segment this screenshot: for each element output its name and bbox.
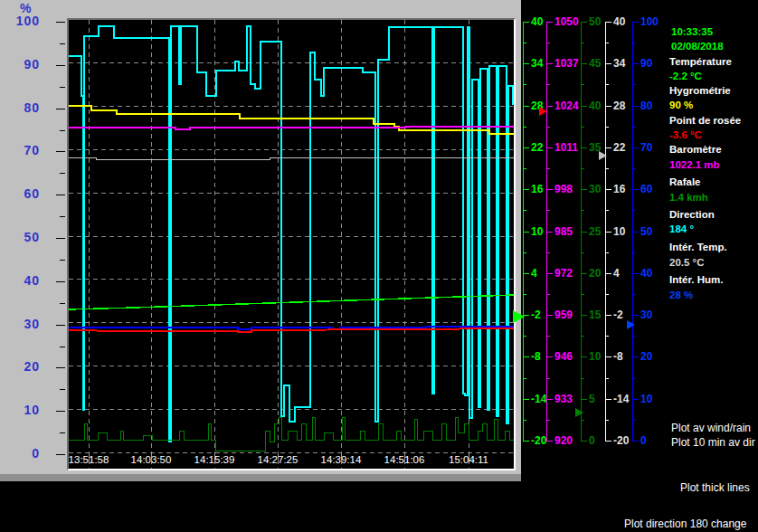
time-axis-label: 14:27:25 bbox=[249, 454, 307, 465]
barometer-axis-label: 1050 bbox=[554, 15, 579, 28]
outdoor-temp-axis-minor-tick bbox=[523, 210, 526, 211]
plot-thick-lines[interactable]: Plot thick lines bbox=[680, 481, 750, 494]
wind-speed-axis-label: 40 bbox=[589, 100, 601, 112]
barometer-axis-minor-tick bbox=[546, 210, 550, 211]
indoor-temp-axis-minor-tick bbox=[605, 294, 609, 295]
humidity-axis-tick bbox=[632, 399, 639, 400]
dewpoint-value: -3.6 °C bbox=[669, 129, 702, 141]
outdoor-temp-axis-label: 4 bbox=[531, 267, 537, 280]
time-axis-label: 14:39:14 bbox=[312, 454, 370, 465]
temperature-label: Température bbox=[669, 56, 732, 68]
humidity-axis-label: 40 bbox=[640, 267, 652, 280]
barometer-axis-tick bbox=[546, 356, 553, 357]
barometer-axis-tick bbox=[546, 147, 553, 148]
plot-10min-av-dir[interactable]: Plot 10 min av dir bbox=[671, 436, 755, 449]
wind-speed-axis-minor-tick bbox=[581, 84, 584, 85]
barometer-marker bbox=[539, 107, 547, 116]
outdoor-temp-axis-tick bbox=[523, 273, 529, 274]
time-axis-label: 13:51:58 bbox=[60, 454, 118, 465]
wind-speed-axis-tick bbox=[581, 356, 587, 357]
barometer-axis-minor-tick bbox=[546, 294, 550, 295]
barometer-axis-label: 920 bbox=[554, 434, 573, 447]
wind-speed-axis-minor-tick bbox=[581, 168, 584, 169]
wind-speed-axis-tick bbox=[581, 147, 587, 148]
percent-axis-tick bbox=[56, 65, 65, 66]
indoor-temp-axis-tick bbox=[605, 63, 611, 64]
plot-av-wind-rain[interactable]: Plot av wind/rain bbox=[671, 422, 751, 434]
percent-axis-minor-tick bbox=[60, 303, 65, 304]
indoor-temp-axis-minor-tick bbox=[605, 168, 609, 169]
wind-speed-axis-minor-tick bbox=[581, 378, 584, 379]
wind-speed-axis-tick bbox=[581, 22, 587, 23]
percent-axis-label: 30 bbox=[0, 318, 40, 331]
humidity-axis-label: 0 bbox=[640, 434, 647, 447]
wind-speed-axis-label: 45 bbox=[589, 57, 601, 70]
humidity-axis-minor-tick bbox=[632, 127, 636, 128]
humidity-axis-minor-tick bbox=[632, 420, 636, 421]
barometer-axis-label: 998 bbox=[554, 183, 573, 195]
plot-direction-180-change[interactable]: Plot direction 180 change bbox=[624, 518, 746, 530]
temperature-value: -2.2 °C bbox=[669, 71, 702, 82]
percent-axis-minor-tick bbox=[60, 130, 65, 131]
time-axis-label: 14:03:50 bbox=[122, 454, 180, 465]
outdoor-temp-axis-minor-tick bbox=[523, 336, 526, 337]
wind-speed-axis-minor-tick bbox=[581, 210, 584, 211]
outdoor-temp-axis-minor-tick bbox=[523, 168, 526, 169]
trace-outdoor-temperature bbox=[69, 295, 514, 309]
indoor-temp-axis-tick bbox=[605, 356, 611, 357]
percent-axis-minor-tick bbox=[60, 389, 65, 390]
humidity-axis-minor-tick bbox=[632, 378, 636, 379]
humidity-label: Hygrométrie bbox=[669, 85, 731, 97]
outdoor-temp-axis-label: 34 bbox=[531, 57, 543, 70]
outdoor-temp-axis-label: 10 bbox=[531, 225, 543, 238]
barometer-axis-tick bbox=[546, 315, 553, 316]
outdoor-temp-axis-tick bbox=[523, 147, 529, 148]
humidity-axis-label: 50 bbox=[640, 225, 652, 238]
direction-label: Direction bbox=[669, 209, 715, 221]
percent-axis-tick bbox=[56, 195, 65, 195]
barometer-axis-tick bbox=[546, 189, 553, 190]
indoor-temp-axis-label: 34 bbox=[613, 57, 625, 70]
indoor-temp-axis-tick bbox=[605, 189, 611, 190]
humidity-axis-minor-tick bbox=[632, 210, 636, 211]
indoor-temp-axis-minor-tick bbox=[605, 43, 609, 43]
percent-axis-label: 100 bbox=[0, 14, 40, 28]
percent-axis-label: 0 bbox=[0, 447, 40, 461]
wind-speed-axis-tick bbox=[581, 189, 587, 190]
wind-speed-axis-tick bbox=[581, 232, 587, 233]
indoor-temp-axis-label: 4 bbox=[613, 267, 620, 280]
barometer-axis-label: 933 bbox=[554, 393, 573, 405]
outdoor-temp-axis-label: -20 bbox=[531, 434, 546, 447]
indoor-temp-axis-tick bbox=[605, 315, 611, 316]
wind-speed-axis-label: 0 bbox=[589, 434, 595, 447]
percent-axis-minor-tick bbox=[60, 260, 65, 261]
percent-axis-tick bbox=[56, 151, 65, 152]
percent-axis-tick bbox=[56, 22, 65, 23]
humidity-axis-tick bbox=[632, 315, 639, 316]
wind-speed-axis-minor-tick bbox=[581, 336, 584, 337]
wind-speed-axis-minor-tick bbox=[581, 43, 584, 43]
indoor-temp-axis-label: 16 bbox=[613, 183, 625, 195]
indoor-temp-axis-tick bbox=[605, 399, 611, 400]
plot-canvas[interactable] bbox=[69, 20, 514, 469]
dewpoint-label: Point de rosée bbox=[669, 115, 741, 127]
humidity-axis-label: 30 bbox=[640, 309, 652, 321]
humidity-axis-minor-tick bbox=[632, 168, 636, 169]
percent-axis-label: 80 bbox=[0, 101, 40, 115]
barometer-axis-label: 1037 bbox=[554, 57, 579, 70]
indoor-temp-axis-minor-tick bbox=[605, 127, 609, 128]
indoor-temp-axis-label: 40 bbox=[613, 15, 625, 28]
outdoor-temp-axis-minor-tick bbox=[523, 420, 526, 421]
humidity-axis-tick bbox=[632, 63, 639, 64]
indoor-temp-axis-tick bbox=[605, 106, 611, 107]
indoor-temp-axis-tick bbox=[605, 441, 611, 442]
indoor-temp-axis-label: -2 bbox=[613, 309, 623, 321]
time-axis-label: 14:51:06 bbox=[375, 454, 433, 465]
clock-time: 10:33:35 bbox=[671, 26, 713, 38]
barometer-axis-tick bbox=[546, 399, 553, 400]
barometer-axis-label: 972 bbox=[554, 267, 573, 280]
humidity-axis-label: 60 bbox=[640, 183, 652, 195]
outdoor-temp-axis-tick bbox=[523, 399, 529, 400]
humidity-axis-tick bbox=[632, 147, 639, 148]
barometer-axis-label: 959 bbox=[554, 309, 573, 321]
